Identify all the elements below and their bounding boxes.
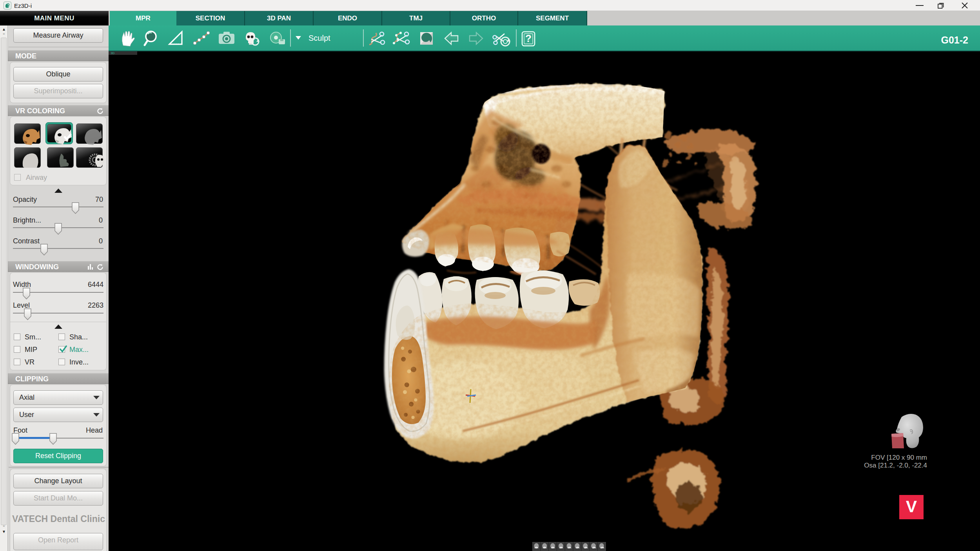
svg-text:?: ? <box>525 33 532 44</box>
